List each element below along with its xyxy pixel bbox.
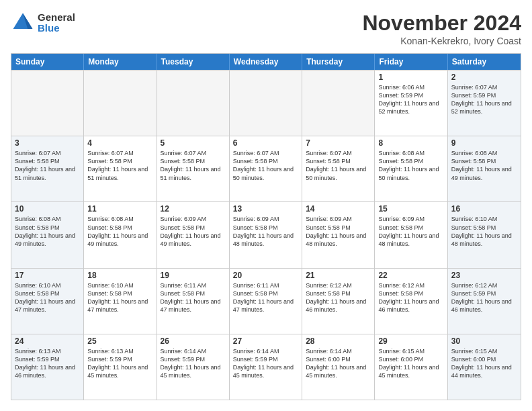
calendar-cell: 19Sunrise: 6:11 AM Sunset: 5:58 PM Dayli… xyxy=(157,269,230,334)
day-info: Sunrise: 6:13 AM Sunset: 5:59 PM Dayligh… xyxy=(87,347,152,380)
day-info: Sunrise: 6:10 AM Sunset: 5:58 PM Dayligh… xyxy=(15,281,80,314)
day-info: Sunrise: 6:13 AM Sunset: 5:59 PM Dayligh… xyxy=(15,347,80,380)
header-day-saturday: Saturday xyxy=(448,54,521,70)
calendar-row-2: 10Sunrise: 6:08 AM Sunset: 5:58 PM Dayli… xyxy=(11,201,521,267)
day-number: 2 xyxy=(451,73,517,82)
day-number: 13 xyxy=(233,204,298,214)
calendar-cell: 4Sunrise: 6:07 AM Sunset: 5:58 PM Daylig… xyxy=(84,136,157,201)
calendar-row-3: 17Sunrise: 6:10 AM Sunset: 5:58 PM Dayli… xyxy=(11,268,521,334)
logo-icon xyxy=(11,11,35,35)
day-info: Sunrise: 6:14 AM Sunset: 5:59 PM Dayligh… xyxy=(161,347,226,380)
calendar-row-0: 1Sunrise: 6:06 AM Sunset: 5:59 PM Daylig… xyxy=(11,70,521,136)
logo-text: General Blue xyxy=(38,12,75,34)
calendar-cell: 6Sunrise: 6:07 AM Sunset: 5:58 PM Daylig… xyxy=(230,136,302,201)
day-number: 14 xyxy=(306,204,371,214)
day-info: Sunrise: 6:07 AM Sunset: 5:58 PM Dayligh… xyxy=(161,149,226,182)
logo: General Blue xyxy=(11,11,75,35)
calendar-cell: 13Sunrise: 6:09 AM Sunset: 5:58 PM Dayli… xyxy=(230,202,302,267)
day-number: 16 xyxy=(451,204,517,214)
calendar-cell: 17Sunrise: 6:10 AM Sunset: 5:58 PM Dayli… xyxy=(11,269,84,334)
day-number: 23 xyxy=(451,271,517,280)
day-info: Sunrise: 6:09 AM Sunset: 5:58 PM Dayligh… xyxy=(378,215,443,248)
day-info: Sunrise: 6:08 AM Sunset: 5:58 PM Dayligh… xyxy=(87,215,152,248)
calendar-cell xyxy=(157,71,230,136)
day-number: 30 xyxy=(451,336,517,346)
calendar-cell: 14Sunrise: 6:09 AM Sunset: 5:58 PM Dayli… xyxy=(302,202,375,267)
day-number: 5 xyxy=(161,138,226,148)
day-number: 18 xyxy=(87,271,152,280)
day-info: Sunrise: 6:15 AM Sunset: 6:00 PM Dayligh… xyxy=(451,347,517,380)
header-day-thursday: Thursday xyxy=(302,54,375,70)
calendar-cell: 26Sunrise: 6:14 AM Sunset: 5:59 PM Dayli… xyxy=(157,334,230,400)
day-info: Sunrise: 6:15 AM Sunset: 6:00 PM Dayligh… xyxy=(378,347,443,380)
calendar-cell: 11Sunrise: 6:08 AM Sunset: 5:58 PM Dayli… xyxy=(84,202,157,267)
day-number: 25 xyxy=(87,336,152,346)
day-info: Sunrise: 6:12 AM Sunset: 5:58 PM Dayligh… xyxy=(306,281,371,314)
calendar-cell: 23Sunrise: 6:12 AM Sunset: 5:59 PM Dayli… xyxy=(448,269,521,334)
header: General Blue November 2024 Konan-Kekrekr… xyxy=(11,11,521,46)
day-info: Sunrise: 6:07 AM Sunset: 5:59 PM Dayligh… xyxy=(451,83,517,116)
day-number: 11 xyxy=(87,204,152,214)
day-number: 26 xyxy=(161,336,226,346)
calendar-cell: 18Sunrise: 6:10 AM Sunset: 5:58 PM Dayli… xyxy=(84,269,157,334)
calendar-row-4: 24Sunrise: 6:13 AM Sunset: 5:59 PM Dayli… xyxy=(11,334,521,400)
calendar-cell: 12Sunrise: 6:09 AM Sunset: 5:58 PM Dayli… xyxy=(157,202,230,267)
calendar-cell: 9Sunrise: 6:08 AM Sunset: 5:58 PM Daylig… xyxy=(448,136,521,201)
location: Konan-Kekrekro, Ivory Coast xyxy=(362,36,521,46)
calendar-body: 1Sunrise: 6:06 AM Sunset: 5:59 PM Daylig… xyxy=(11,70,521,400)
calendar-cell: 27Sunrise: 6:14 AM Sunset: 5:59 PM Dayli… xyxy=(230,334,302,400)
day-info: Sunrise: 6:10 AM Sunset: 5:58 PM Dayligh… xyxy=(451,215,517,248)
calendar-cell xyxy=(302,71,375,136)
day-info: Sunrise: 6:14 AM Sunset: 5:59 PM Dayligh… xyxy=(233,347,298,380)
day-info: Sunrise: 6:09 AM Sunset: 5:58 PM Dayligh… xyxy=(161,215,226,248)
header-day-monday: Monday xyxy=(84,54,157,70)
day-number: 28 xyxy=(306,336,371,346)
calendar-cell: 29Sunrise: 6:15 AM Sunset: 6:00 PM Dayli… xyxy=(375,334,447,400)
day-info: Sunrise: 6:14 AM Sunset: 6:00 PM Dayligh… xyxy=(306,347,371,380)
day-info: Sunrise: 6:07 AM Sunset: 5:58 PM Dayligh… xyxy=(87,149,152,182)
day-info: Sunrise: 6:11 AM Sunset: 5:58 PM Dayligh… xyxy=(161,281,226,314)
calendar-cell: 24Sunrise: 6:13 AM Sunset: 5:59 PM Dayli… xyxy=(11,334,84,400)
day-number: 9 xyxy=(451,138,517,148)
calendar: SundayMondayTuesdayWednesdayThursdayFrid… xyxy=(11,53,521,400)
day-info: Sunrise: 6:08 AM Sunset: 5:58 PM Dayligh… xyxy=(378,149,443,182)
day-info: Sunrise: 6:07 AM Sunset: 5:58 PM Dayligh… xyxy=(306,149,371,182)
day-number: 20 xyxy=(233,271,298,280)
day-number: 27 xyxy=(233,336,298,346)
calendar-cell: 21Sunrise: 6:12 AM Sunset: 5:58 PM Dayli… xyxy=(302,269,375,334)
calendar-cell: 16Sunrise: 6:10 AM Sunset: 5:58 PM Dayli… xyxy=(448,202,521,267)
day-info: Sunrise: 6:07 AM Sunset: 5:58 PM Dayligh… xyxy=(233,149,298,182)
day-info: Sunrise: 6:09 AM Sunset: 5:58 PM Dayligh… xyxy=(306,215,371,248)
header-day-wednesday: Wednesday xyxy=(230,54,302,70)
calendar-cell xyxy=(11,71,84,136)
day-number: 3 xyxy=(15,138,80,148)
day-info: Sunrise: 6:07 AM Sunset: 5:58 PM Dayligh… xyxy=(15,149,80,182)
day-number: 8 xyxy=(378,138,443,148)
calendar-cell: 3Sunrise: 6:07 AM Sunset: 5:58 PM Daylig… xyxy=(11,136,84,201)
month-title: November 2024 xyxy=(362,11,521,36)
day-number: 29 xyxy=(378,336,443,346)
day-info: Sunrise: 6:09 AM Sunset: 5:58 PM Dayligh… xyxy=(233,215,298,248)
calendar-cell: 7Sunrise: 6:07 AM Sunset: 5:58 PM Daylig… xyxy=(302,136,375,201)
day-number: 15 xyxy=(378,204,443,214)
calendar-cell xyxy=(84,71,157,136)
day-info: Sunrise: 6:08 AM Sunset: 5:58 PM Dayligh… xyxy=(15,215,80,248)
calendar-cell: 2Sunrise: 6:07 AM Sunset: 5:59 PM Daylig… xyxy=(448,71,521,136)
calendar-cell: 10Sunrise: 6:08 AM Sunset: 5:58 PM Dayli… xyxy=(11,202,84,267)
day-number: 6 xyxy=(233,138,298,148)
day-number: 21 xyxy=(306,271,371,280)
calendar-cell: 30Sunrise: 6:15 AM Sunset: 6:00 PM Dayli… xyxy=(448,334,521,400)
calendar-cell: 25Sunrise: 6:13 AM Sunset: 5:59 PM Dayli… xyxy=(84,334,157,400)
header-day-tuesday: Tuesday xyxy=(157,54,230,70)
day-number: 17 xyxy=(15,271,80,280)
calendar-header: SundayMondayTuesdayWednesdayThursdayFrid… xyxy=(11,54,521,70)
calendar-row-1: 3Sunrise: 6:07 AM Sunset: 5:58 PM Daylig… xyxy=(11,136,521,201)
calendar-cell xyxy=(230,71,302,136)
calendar-cell: 8Sunrise: 6:08 AM Sunset: 5:58 PM Daylig… xyxy=(375,136,447,201)
logo-blue: Blue xyxy=(38,23,75,34)
calendar-cell: 15Sunrise: 6:09 AM Sunset: 5:58 PM Dayli… xyxy=(375,202,447,267)
day-number: 4 xyxy=(87,138,152,148)
day-number: 12 xyxy=(161,204,226,214)
logo-general: General xyxy=(38,12,75,24)
calendar-cell: 5Sunrise: 6:07 AM Sunset: 5:58 PM Daylig… xyxy=(157,136,230,201)
